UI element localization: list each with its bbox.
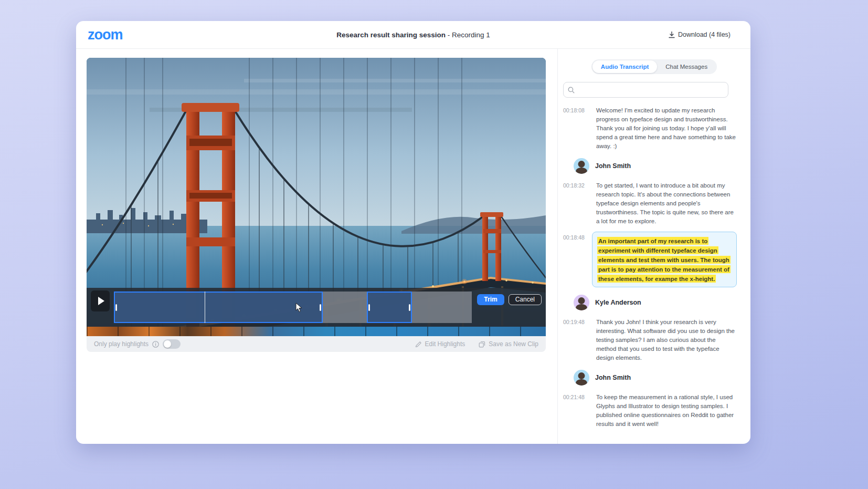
speaker-name: John Smith [595, 374, 631, 381]
edit-highlights-label: Edit Highlights [425, 340, 465, 348]
edit-icon [415, 341, 422, 348]
transcript-list: 00:18:08 Welcome! I'm excited to update … [563, 106, 737, 429]
avatar-silhouette-head [578, 297, 585, 304]
avatar-silhouette-body [576, 379, 587, 386]
page-title: Research result sharing session - Record… [336, 31, 490, 39]
transcript-text: To get started, I want to introduce a bi… [596, 181, 737, 226]
download-icon [669, 32, 675, 38]
transcript-message[interactable]: 00:21:48 To keep the measurement in a ra… [563, 393, 737, 429]
trim-controls-bar: Trim Cancel [87, 288, 546, 327]
avatar [574, 295, 589, 310]
session-title: Research result sharing session [336, 31, 446, 39]
avatar-silhouette-head [578, 372, 585, 379]
recording-label: - Recording 1 [446, 31, 490, 39]
header: zoom Research result sharing session - R… [76, 21, 750, 49]
avatar [574, 158, 589, 174]
transcript-text: An important part of my research is to e… [592, 232, 737, 287]
download-button[interactable]: Download (4 files) [669, 31, 731, 38]
transcript-message[interactable]: 00:19:48 Thank you John! I think your re… [563, 318, 737, 362]
recording-window: zoom Research result sharing session - R… [76, 21, 750, 444]
trim-button[interactable]: Trim [477, 294, 504, 305]
download-label: Download (4 files) [678, 31, 731, 38]
search-input[interactable] [578, 86, 724, 94]
transcript-time: 00:19:48 [563, 318, 589, 362]
tab-chat-messages[interactable]: Chat Messages [657, 60, 716, 73]
cancel-button[interactable]: Cancel [509, 294, 542, 305]
transcript-time: 00:18:48 [563, 233, 589, 287]
speaker-row: John Smith [574, 370, 737, 386]
zoom-logo: zoom [88, 27, 123, 43]
video-viewport[interactable]: Trim Cancel [87, 58, 546, 336]
timeline-filmstrip[interactable] [87, 327, 546, 336]
trim-selection-1[interactable] [114, 292, 323, 323]
transcript-text: To keep the measurement in a rational st… [596, 393, 737, 429]
toggle-knob [164, 340, 171, 348]
save-as-new-clip-button[interactable]: Save as New Clip [479, 340, 538, 348]
avatar-silhouette-head [578, 161, 585, 168]
only-play-highlights-label: Only play highlights [94, 340, 149, 348]
info-icon [152, 341, 159, 348]
player-footer: Only play highlights E [87, 336, 546, 352]
speaker-row: John Smith [574, 158, 737, 174]
transcript-message[interactable]: 00:18:32 To get started, I want to intro… [563, 181, 737, 226]
save-clip-icon [479, 341, 485, 348]
trim-track[interactable] [114, 292, 472, 323]
speaker-name: John Smith [595, 162, 631, 170]
tab-audio-transcript[interactable]: Audio Transcript [592, 60, 657, 73]
speaker-row: Kyle Anderson [574, 295, 737, 310]
edit-highlights-button[interactable]: Edit Highlights [415, 340, 465, 348]
transcript-time: 00:18:08 [563, 106, 589, 151]
video-player: Trim Cancel Only play highlights [87, 58, 546, 352]
speaker-name: Kyle Anderson [595, 299, 641, 306]
play-icon [98, 297, 104, 305]
play-button[interactable] [91, 290, 110, 311]
panel-tabs: Audio Transcript Chat Messages [591, 59, 717, 74]
transcript-panel: Audio Transcript Chat Messages 00:18:08 … [557, 49, 750, 444]
transcript-message[interactable]: 00:18:48 An important part of my researc… [563, 233, 737, 287]
highlighted-text: An important part of my research is to e… [597, 237, 731, 283]
search-icon [568, 87, 575, 93]
search-box[interactable] [563, 82, 728, 98]
trim-actions: Trim Cancel [477, 294, 542, 327]
transcript-text: Welcome! I'm excited to update my resear… [596, 106, 737, 151]
save-as-new-clip-label: Save as New Clip [489, 340, 538, 348]
playhead[interactable] [205, 292, 206, 323]
transcript-message[interactable]: 00:18:08 Welcome! I'm excited to update … [563, 106, 737, 151]
only-play-highlights-toggle[interactable] [163, 339, 181, 349]
transcript-time: 00:21:48 [563, 393, 589, 429]
avatar-silhouette-body [576, 304, 587, 310]
main-content: Trim Cancel Only play highlights [76, 49, 750, 444]
avatar [574, 370, 589, 386]
trim-selection-2[interactable] [367, 292, 411, 323]
transcript-text: Thank you John! I think your research is… [596, 318, 737, 362]
avatar-silhouette-body [576, 168, 587, 174]
transcript-time: 00:18:32 [563, 181, 589, 226]
